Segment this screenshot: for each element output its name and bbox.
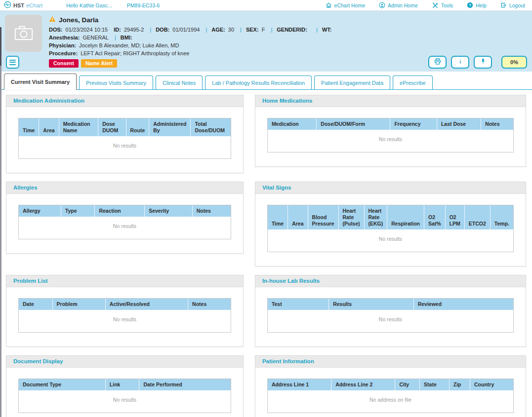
empty-results-message: No results — [19, 217, 231, 239]
field-anesthesia: Anesthesia: GENERAL — [49, 35, 109, 40]
panel-body: TestResultsReviewedNo results — [255, 287, 526, 346]
svg-text:?: ? — [469, 3, 471, 7]
column-blood-pressure: Blood Pressure — [308, 205, 339, 229]
panel-table: TimeAreaMedication NameDose DUOMRouteAdm… — [18, 118, 231, 159]
panel-problem-list: Problem ListDateProblemActive/ResolvedNo… — [6, 275, 244, 347]
panel-title: Home Medications — [255, 95, 526, 107]
window-edge-strip — [0, 27, 1, 417]
empty-results-message: No results — [268, 229, 513, 252]
panel-title: Document Display — [6, 356, 243, 368]
menu-button[interactable] — [6, 56, 19, 69]
chart-progress-badge[interactable]: 0% — [501, 56, 527, 69]
panel-table: AllergyTypeReactionSeverityNotesNo resul… — [18, 205, 231, 239]
column-total-dose-duom: Total Dose/DUOM — [191, 118, 231, 136]
topbar-nav: eChart HomeAdmin HomeTools?HelpLogout — [326, 2, 525, 9]
empty-results-message: No address on file — [268, 390, 513, 413]
panel-document-display: Document DisplayDocument TypeLinkDate Pe… — [6, 355, 244, 417]
facility-code-link[interactable]: PM89-EC33-6 — [127, 2, 160, 8]
tab-patient-engagement-data[interactable]: Patient Engagement Data — [314, 76, 390, 89]
column-etco2: ETCO2 — [465, 205, 491, 229]
print-button[interactable] — [428, 56, 447, 69]
column-medication-name: Medication Name — [59, 118, 98, 136]
panel-body: Document TypeLinkDate PerformedNo result… — [6, 368, 243, 417]
column-o2-lpm: O2 LPM — [446, 205, 465, 229]
separator: | — [150, 27, 151, 33]
home-icon — [326, 2, 332, 8]
tools-icon — [432, 2, 439, 9]
column-route: Route — [126, 118, 150, 136]
info-button[interactable] — [451, 56, 469, 69]
column-test: Test — [268, 299, 329, 310]
column-area: Area — [39, 118, 59, 136]
panel-title: Vital Signs — [255, 182, 526, 194]
tab-lab-pathology-results-reconciliation[interactable]: Lab / Pathology Results Reconciliation — [205, 76, 312, 89]
brand-echart: eChart — [26, 2, 42, 8]
column-reviewed: Reviewed — [414, 299, 513, 310]
nav-label: Logout — [509, 2, 525, 8]
help-icon: ? — [467, 2, 473, 8]
nav-label: Admin Home — [388, 2, 418, 8]
chart-tabs: Current Visit SummaryPrevious Visits Sum… — [0, 72, 532, 90]
tab-previous-visits-summary[interactable]: Previous Visits Summary — [79, 76, 153, 89]
column-respiration: Respiration — [387, 205, 424, 229]
nav-echart-home[interactable]: eChart Home — [326, 2, 365, 8]
patient-info-line: Anesthesia: GENERAL|BMI: — [49, 34, 339, 41]
column-notes: Notes — [188, 299, 231, 310]
warning-icon — [49, 15, 56, 24]
app-brand: HST eChart — [4, 1, 42, 9]
info-icon — [458, 57, 463, 68]
column-active-resolved: Active/Resolved — [106, 299, 188, 310]
panel-table: MedicationDose/DUOM/FormFrequencyLast Do… — [267, 118, 514, 152]
tab-eprescribe[interactable]: ePrescribe — [393, 76, 433, 89]
column-dose-duom-form: Dose/DUOM/Form — [317, 118, 390, 130]
name-alert-badge[interactable]: Name Alert — [81, 59, 117, 68]
column-document-type: Document Type — [19, 379, 106, 390]
nav-tools[interactable]: Tools — [432, 2, 453, 9]
nav-admin-home[interactable]: Admin Home — [379, 2, 418, 8]
panel-title: In-house Lab Results — [255, 275, 526, 287]
nav-label: eChart Home — [334, 2, 365, 8]
nav-logout[interactable]: Logout — [500, 2, 525, 8]
column-date: Date — [19, 299, 53, 310]
panel-body: TimeAreaBlood PressureHeart Rate (Pulse)… — [255, 194, 526, 266]
nav-label: Help — [476, 2, 487, 8]
patient-info-line: DOS: 01/23/2024 10:15ID: 29495-2|DOB: 01… — [49, 26, 339, 34]
column-time: Time — [268, 205, 288, 229]
printer-icon — [434, 58, 442, 67]
panel-title: Allergies — [6, 182, 243, 194]
separator: | — [205, 27, 207, 33]
nav-help[interactable]: ?Help — [467, 2, 487, 8]
column-address-line-2: Address Line 2 — [331, 379, 395, 390]
field-wt: WT: — [322, 27, 333, 33]
pin-button[interactable] — [474, 56, 492, 69]
field-sex: SEX: F — [246, 27, 265, 33]
panel-vital-signs: Vital SignsTimeAreaBlood PressureHeart R… — [255, 182, 526, 266]
separator: | — [271, 27, 272, 33]
tab-current-visit-summary[interactable]: Current Visit Summary — [4, 74, 77, 90]
tab-clinical-notes[interactable]: Clinical Notes — [156, 76, 203, 89]
field-id: ID: 29495-2 — [114, 27, 144, 33]
consent-badge[interactable]: Consent — [49, 59, 79, 68]
panel-body: Address Line 1Address Line 2CityStateZip… — [255, 368, 526, 417]
column-area: Area — [288, 205, 308, 229]
column-last-dose: Last Dose — [437, 118, 481, 130]
camera-icon — [11, 22, 36, 45]
column-o2-sat: O2 Sat% — [424, 205, 446, 229]
patient-info-line: Procedure: LEFT Acl Repair; RIGHT Arthro… — [49, 49, 339, 57]
panel-table: TimeAreaBlood PressureHeart Rate (Pulse)… — [267, 205, 514, 252]
empty-results-message: No results — [19, 390, 231, 413]
column-notes: Notes — [193, 205, 231, 217]
field-age: AGE: 30 — [211, 27, 234, 33]
column-frequency: Frequency — [390, 118, 437, 130]
panel-medication-administration: Medication AdministrationTimeAreaMedicat… — [6, 95, 244, 173]
column-reaction: Reaction — [95, 205, 145, 217]
main-content: Medication AdministrationTimeAreaMedicat… — [0, 90, 532, 417]
panel-allergies: AllergiesAllergyTypeReactionSeverityNote… — [6, 182, 244, 254]
user-greeting-link[interactable]: Hello Kathie Gasc... — [66, 2, 112, 8]
panel-body: MedicationDose/DUOM/FormFrequencyLast Do… — [255, 107, 526, 166]
patient-name: Jones, Darla — [59, 16, 98, 24]
panel-title: Problem List — [6, 275, 243, 287]
column-heart-rate-pulse: Heart Rate (Pulse) — [339, 205, 365, 229]
patient-photo-placeholder[interactable] — [5, 15, 42, 52]
empty-results-message: No results — [19, 136, 231, 158]
